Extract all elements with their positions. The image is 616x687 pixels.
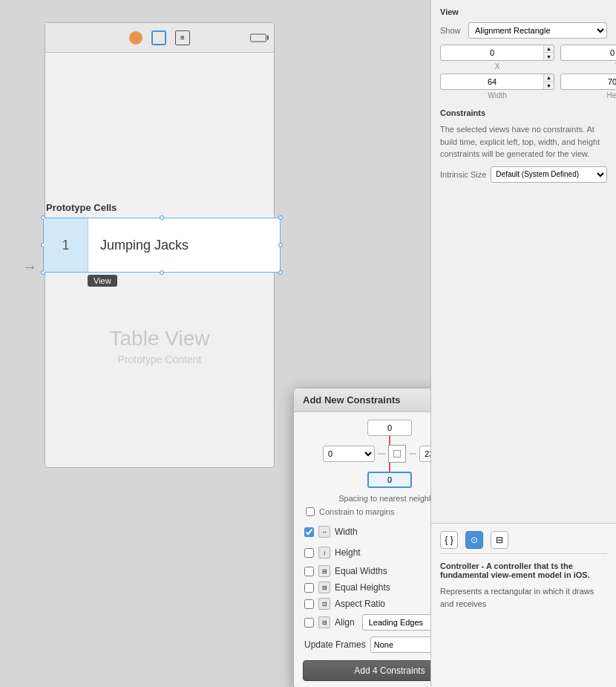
align-label: Align (335, 617, 355, 628)
width-down[interactable]: ▼ (544, 82, 554, 89)
handle-top-center[interactable] (160, 215, 164, 220)
height-label: Height (335, 547, 426, 558)
right-constraint-select[interactable]: 23 (419, 446, 430, 462)
width-field: ▲ ▼ Width (440, 74, 554, 100)
equal-widths-label: Equal Widths (335, 566, 430, 576)
height-field: ▲ ▼ Height (560, 74, 616, 100)
intrinsic-select[interactable]: Default (System Defined) (491, 166, 607, 183)
constrain-margins-checkbox[interactable] (306, 507, 315, 516)
bottom-constraint-input[interactable]: 0 (367, 472, 412, 488)
prototype-cells-label: Prototype Cells (46, 202, 117, 213)
left-constraint-select[interactable]: 0 (323, 446, 375, 462)
rb-icon-circle[interactable]: ⊙ (465, 531, 483, 549)
show-label: Show (440, 26, 462, 35)
hline-right (409, 453, 416, 455)
width-checkbox[interactable] (304, 527, 314, 537)
x-stepper[interactable]: ▲ ▼ (543, 45, 554, 60)
equal-heights-icon: ⊟ (318, 582, 330, 593)
cell-number: 1 (44, 218, 88, 272)
align-checkbox[interactable] (304, 618, 314, 628)
cross-bottom-row: 0 (367, 472, 412, 488)
width-label-rp: Width (488, 91, 507, 100)
constraints-text: The selected views have no constraints. … (440, 123, 607, 160)
x-input[interactable] (441, 45, 543, 60)
constraints-section-header: Constraints (440, 108, 607, 117)
y-input[interactable] (561, 45, 616, 60)
right-bottom-icons: { } ⊙ ⊟ (440, 531, 607, 554)
height-input[interactable] (561, 74, 616, 89)
handle-mid-right[interactable] (278, 243, 283, 247)
add-constraints-button[interactable]: Add 4 Constraints (303, 660, 430, 681)
handle-bot-center[interactable] (160, 270, 164, 275)
width-input-wrap: ▲ ▼ (440, 74, 554, 90)
aspect-ratio-icon: ⊡ (318, 598, 330, 610)
aspect-ratio-checkbox[interactable] (304, 599, 314, 609)
popup-body: 0 0 23 (294, 412, 430, 687)
equal-heights-checkbox[interactable] (304, 583, 314, 593)
rb-icon-table[interactable]: ⊟ (491, 531, 508, 549)
handle-bot-right[interactable] (278, 270, 283, 275)
view-section-header: View (440, 7, 607, 16)
cross-center-box (388, 445, 406, 463)
width-label: Width (335, 527, 426, 537)
equal-widths-checkbox[interactable] (304, 567, 314, 576)
intrinsic-label: Intrinsic Size (440, 170, 486, 179)
wh-row: ▲ ▼ Width ▲ ▼ Height (440, 74, 607, 100)
constrain-margins-row: Constrain to margins (303, 507, 430, 516)
show-row: Show Alignment Rectangle (440, 22, 607, 39)
icon-table: ≡ (175, 30, 190, 45)
width-row: ↔ Width 64 (303, 524, 430, 540)
ios-topbar: ≡ (45, 23, 274, 53)
constraint-cross: 0 0 23 (303, 420, 430, 488)
right-panel-top: View Show Alignment Rectangle ▲ ▼ X (431, 0, 616, 524)
rb-icon-braces[interactable]: { } (440, 531, 458, 549)
x-down[interactable]: ▼ (544, 53, 554, 60)
canvas-area: ≡ Prototype Cells → 1 Jumping Jacks View… (0, 0, 430, 687)
height-input-wrap: ▲ ▼ (560, 74, 616, 90)
tableview-placeholder: Table View Prototype Content (56, 327, 263, 365)
aspect-ratio-row: ⊡ Aspect Ratio (303, 598, 430, 610)
show-select[interactable]: Alignment Rectangle (468, 22, 607, 39)
equal-widths-icon: ⊟ (318, 565, 330, 577)
constraints-section: Constraints The selected views have no c… (440, 108, 607, 183)
right-panel-bottom: { } ⊙ ⊟ Controller - A controller that t… (431, 524, 616, 687)
top-constraint-input[interactable]: 0 (367, 420, 412, 436)
icon-orange (129, 31, 142, 45)
vline-top (389, 436, 390, 445)
hline-left (378, 453, 385, 455)
xy-row: ▲ ▼ X ▲ ▼ Y (440, 45, 607, 71)
width-input[interactable] (441, 74, 543, 89)
height-checkbox[interactable] (304, 548, 314, 558)
handle-top-right[interactable] (278, 215, 283, 220)
width-stepper[interactable]: ▲ ▼ (543, 74, 554, 89)
table-cell[interactable]: 1 Jumping Jacks (43, 218, 281, 273)
width-up[interactable]: ▲ (544, 74, 554, 82)
desc-bold: Controller (440, 561, 479, 570)
align-select[interactable]: Leading Edges (362, 614, 430, 631)
popup-title: Add New Constraints (294, 388, 430, 412)
cross-mid-row: 0 23 (323, 445, 430, 463)
equal-heights-row: ⊟ Equal Heights (303, 582, 430, 593)
update-frames-select[interactable]: None (370, 636, 430, 653)
desc-text2: Represents a rectangular in which it dra… (440, 585, 607, 610)
vline-bottom (389, 463, 390, 472)
tableview-title: Table View (56, 327, 263, 351)
arrow-indicator: → (22, 258, 37, 276)
update-frames-row: Update Frames None (303, 636, 430, 653)
height-row: ↕ Height 70 (303, 544, 430, 561)
x-field: ▲ ▼ X (440, 45, 554, 71)
x-label: X (495, 62, 500, 71)
align-row: ⊟ Align Leading Edges (303, 614, 430, 631)
align-icon: ⊟ (318, 616, 330, 628)
battery-icon (250, 33, 266, 42)
view-tooltip: View (88, 275, 117, 287)
height-label-rp: Height (607, 91, 616, 100)
right-panel: View Show Alignment Rectangle ▲ ▼ X (430, 0, 616, 687)
equal-widths-row: ⊟ Equal Widths (303, 565, 430, 577)
x-up[interactable]: ▲ (544, 45, 554, 53)
cell-label: Jumping Jacks (88, 238, 280, 253)
equal-heights-label: Equal Heights (335, 582, 430, 593)
y-field: ▲ ▼ Y (560, 45, 616, 71)
y-input-wrap: ▲ ▼ (560, 45, 616, 61)
x-input-wrap: ▲ ▼ (440, 45, 554, 61)
